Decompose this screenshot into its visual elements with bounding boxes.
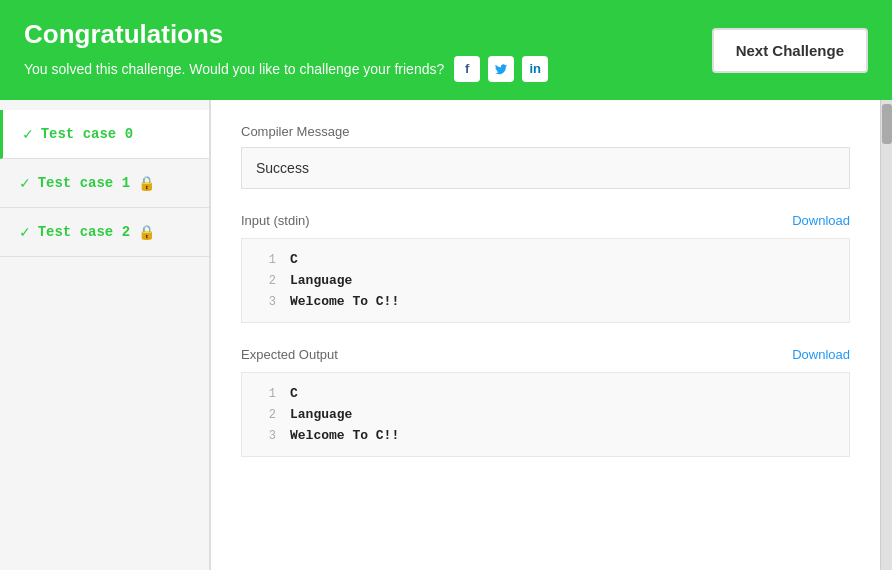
input-code-block: 1 C 2 Language 3 Welcome To C!! <box>241 238 850 323</box>
expected-output-label: Expected Output <box>241 347 338 362</box>
line-num-1: 1 <box>256 253 276 267</box>
sidebar-item-test-2[interactable]: ✓ Test case 2 🔒 <box>0 208 209 257</box>
header: Congratulations You solved this challeng… <box>0 0 892 100</box>
input-download-link[interactable]: Download <box>792 213 850 228</box>
output-section-header: Expected Output Download <box>241 347 850 362</box>
lock-icon-1: 🔒 <box>138 175 155 192</box>
linkedin-icon[interactable]: in <box>522 56 548 82</box>
header-left: Congratulations You solved this challeng… <box>24 19 712 82</box>
sidebar-item-test-1[interactable]: ✓ Test case 1 🔒 <box>0 159 209 208</box>
output-download-link[interactable]: Download <box>792 347 850 362</box>
sidebar-item-test-0[interactable]: ✓ Test case 0 <box>0 110 209 159</box>
line-text-1: C <box>290 252 298 267</box>
out-line-num-2: 2 <box>256 408 276 422</box>
out-line-text-3: Welcome To C!! <box>290 428 399 443</box>
input-line-3: 3 Welcome To C!! <box>242 291 849 312</box>
compiler-message-value: Success <box>241 147 850 189</box>
social-icons: f in <box>454 56 548 82</box>
line-text-3: Welcome To C!! <box>290 294 399 309</box>
output-line-2: 2 Language <box>242 404 849 425</box>
subtitle-text: You solved this challenge. Would you lik… <box>24 61 444 77</box>
lock-icon-2: 🔒 <box>138 224 155 241</box>
facebook-icon[interactable]: f <box>454 56 480 82</box>
compiler-message-label: Compiler Message <box>241 124 850 139</box>
header-title: Congratulations <box>24 19 712 50</box>
out-line-num-1: 1 <box>256 387 276 401</box>
checkmark-icon-1: ✓ <box>20 173 30 193</box>
scrollbar-track[interactable] <box>880 100 892 570</box>
sidebar-item-label-0: Test case 0 <box>41 126 133 142</box>
checkmark-icon-0: ✓ <box>23 124 33 144</box>
twitter-icon[interactable] <box>488 56 514 82</box>
input-line-1: 1 C <box>242 249 849 270</box>
out-line-num-3: 3 <box>256 429 276 443</box>
content-area: Compiler Message Success Input (stdin) D… <box>210 100 880 570</box>
main-container: ✓ Test case 0 ✓ Test case 1 🔒 ✓ Test cas… <box>0 100 892 570</box>
output-line-3: 3 Welcome To C!! <box>242 425 849 446</box>
out-line-text-2: Language <box>290 407 352 422</box>
sidebar: ✓ Test case 0 ✓ Test case 1 🔒 ✓ Test cas… <box>0 100 210 570</box>
output-line-1: 1 C <box>242 383 849 404</box>
out-line-text-1: C <box>290 386 298 401</box>
scrollbar-thumb[interactable] <box>882 104 892 144</box>
input-label: Input (stdin) <box>241 213 310 228</box>
line-text-2: Language <box>290 273 352 288</box>
next-challenge-button[interactable]: Next Challenge <box>712 28 868 73</box>
output-code-block: 1 C 2 Language 3 Welcome To C!! <box>241 372 850 457</box>
header-subtitle: You solved this challenge. Would you lik… <box>24 56 712 82</box>
input-section-header: Input (stdin) Download <box>241 213 850 228</box>
checkmark-icon-2: ✓ <box>20 222 30 242</box>
sidebar-item-label-2: Test case 2 <box>38 224 130 240</box>
line-num-3: 3 <box>256 295 276 309</box>
sidebar-item-label-1: Test case 1 <box>38 175 130 191</box>
line-num-2: 2 <box>256 274 276 288</box>
input-line-2: 2 Language <box>242 270 849 291</box>
